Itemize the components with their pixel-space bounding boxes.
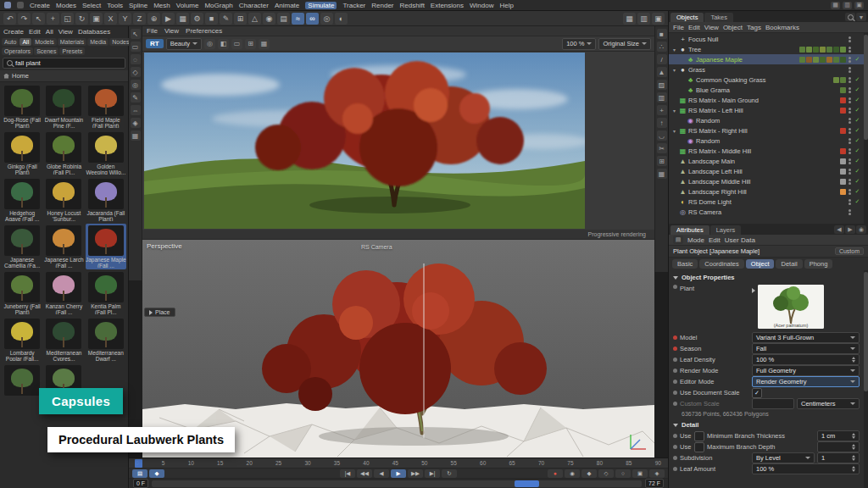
object-manager-menu[interactable]: Object [723,24,743,31]
autokey-button[interactable]: ◉ [565,469,580,478]
custom-scale-field[interactable] [752,398,794,409]
range-start-field[interactable]: 0 F [133,479,148,488]
size-mode-dropdown[interactable]: Original Size [598,38,651,50]
material-tag-chips[interactable] [840,128,846,134]
x-axis-button[interactable]: X [104,13,117,25]
attribute-tab[interactable]: Basic [672,259,698,269]
uv-mode-icon[interactable]: ▥ [657,92,667,103]
menubar-menu[interactable]: Simulate [305,2,337,9]
asset-item[interactable]: Field Maple (Fall Plant) [86,84,126,130]
visibility-dots[interactable] [849,97,851,103]
redo-icon[interactable]: ↷ [18,13,31,25]
asset-item[interactable]: Globe Robinia (Fall Pl... [43,130,84,176]
volume-builder-icon[interactable]: △ [248,13,261,25]
object-row[interactable]: ▾ ● Tree [669,44,868,54]
visibility-dots[interactable] [849,138,851,144]
object-row[interactable]: ▦ RS Matrix - Main Ground ✓ [669,95,868,105]
asset-browser-subtab[interactable]: Presets [59,47,85,55]
asset-item[interactable]: Golden Weeping Willo... [86,130,126,176]
asset-item[interactable]: Japanese Maple (Fall ... [86,224,126,269]
playhead[interactable] [135,459,142,468]
material-tag-chips[interactable] [799,47,846,53]
keyframe-dot[interactable] [673,467,677,471]
enabled-check-icon[interactable]: ✓ [854,147,861,154]
panel-toggle-icon[interactable]: ▥ [637,13,650,25]
asset-item[interactable]: Hedgehog Agave (Fall ... [2,177,42,223]
soft-selection-icon[interactable]: ◎ [131,80,141,90]
rt-toggle-button[interactable]: RT [146,39,164,48]
menubar-menu[interactable]: Tools [107,2,123,9]
viewport[interactable]: Perspective RS Camera Place [142,240,654,458]
texture-mode-icon[interactable]: ▨ [657,80,667,90]
menubar-menu[interactable]: Tracker [342,2,365,9]
panel-tab[interactable]: Objects [670,13,704,22]
visibility-dots[interactable] [849,189,851,195]
asset-browser-menu[interactable]: Databases [78,28,110,36]
visibility-dots[interactable] [849,77,851,83]
workplane-icon[interactable]: ▦ [131,130,141,141]
next-frame-button[interactable]: ▶▶ [408,469,423,478]
custom-button[interactable]: Custom [835,247,864,255]
normal-move-icon[interactable]: ↑ [657,118,667,128]
keyframe-dot[interactable] [673,434,677,438]
enabled-check-icon[interactable]: ✓ [854,168,861,175]
search-icon[interactable] [845,13,855,21]
keyframe-dot[interactable] [673,380,677,384]
panel-tab[interactable]: Layers [710,225,742,235]
visibility-dots[interactable] [849,67,851,73]
place-tool-chip[interactable]: Place [144,308,175,317]
enabled-check-icon[interactable]: ✓ [854,178,861,185]
asset-browser-menu[interactable]: Edit [29,28,41,36]
y-axis-button[interactable]: Y [119,13,131,25]
asset-browser-tab[interactable]: All [19,38,31,46]
visibility-dots[interactable] [849,158,851,164]
goto-end-button[interactable]: ▶| [425,469,440,478]
live-selection-icon[interactable]: ↖ [131,29,141,39]
menubar-menu[interactable]: Select [82,2,101,9]
menubar-menu[interactable]: Volume [176,2,199,9]
move-tool-icon[interactable]: + [47,13,59,25]
enabled-check-icon[interactable]: ✓ [854,127,861,134]
expand-arrow-icon[interactable]: ▾ [671,128,677,134]
object-manager-menu[interactable]: Bookmarks [765,24,799,31]
rotate-tool-icon[interactable]: ↻ [75,13,88,25]
spline-pen-icon[interactable]: ✎ [220,13,232,25]
keyframe-dot[interactable] [673,391,677,395]
mode-icon[interactable]: ▤ [673,236,683,244]
keyframe-dot[interactable] [673,445,677,449]
material-tag-chips[interactable] [840,189,846,195]
record-rotation-button[interactable]: ○ [615,469,631,478]
brush-icon[interactable]: ✎ [131,92,141,103]
plant-preview-thumbnail[interactable]: (Acer palmatum) [758,285,824,329]
last-tool-icon[interactable]: ▣ [90,13,103,25]
prev-frame-button[interactable]: ◀ [374,469,389,478]
asset-browser-subtab[interactable]: Operators [2,47,33,55]
polygon-selection-icon[interactable]: ◇ [131,67,141,77]
keyframe-selection-button[interactable]: ◈ [649,469,665,478]
menubar-menu[interactable]: Mesh [153,2,170,9]
object-row[interactable]: ◉ Random ✓ [669,115,868,125]
stepper-arrows[interactable] [852,455,855,461]
layout-split-icon[interactable]: ▥ [843,2,852,9]
visibility-dots[interactable] [849,47,851,53]
render-view-menu[interactable]: View [164,27,179,35]
coordinate-system-icon[interactable]: ⊕ [147,13,160,25]
object-row[interactable]: ◉ Random ✓ [669,136,868,146]
expand-arrow-icon[interactable]: ▾ [671,47,677,53]
keyframe-dot[interactable] [673,336,677,340]
menubar-menu[interactable]: Redshift [400,2,425,9]
visibility-dots[interactable] [849,209,851,215]
menubar-menu[interactable]: Extensions [431,2,464,9]
object-row[interactable]: ◐ RS Dome Light ✓ [669,197,868,207]
record-keyframe-button[interactable]: ● [548,469,563,478]
menubar-menu[interactable]: Modes [56,2,76,9]
lock-icon[interactable]: ◉ [856,225,866,234]
attributes-menu[interactable]: User Data [725,236,755,244]
preview-range-handle[interactable] [515,480,539,487]
editor-mode-dropdown[interactable]: Render Geometry [752,376,860,387]
forward-icon[interactable]: ▶ [845,225,855,234]
enabled-check-icon[interactable]: ✓ [854,76,861,83]
asset-browser-tab[interactable]: Models [32,38,57,46]
object-manager-menu[interactable]: Tags [747,24,761,31]
menubar-menu[interactable]: Animate [275,2,299,9]
